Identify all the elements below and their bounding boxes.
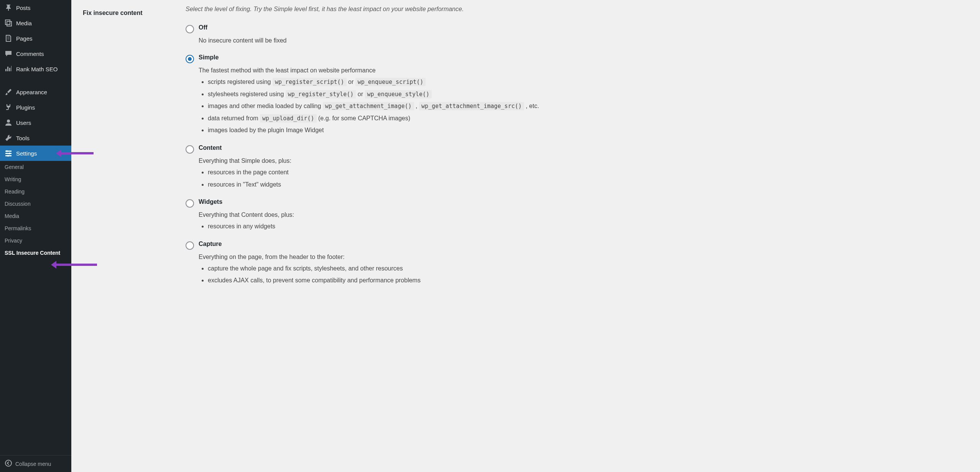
option-body: CaptureEverything on the page, from the … bbox=[199, 241, 968, 288]
option-desc: Everything that Simple does, plus: bbox=[199, 157, 968, 164]
option-off: OffNo insecure content will be fixed bbox=[186, 24, 968, 47]
sidebar-main-group: PostsMediaPagesCommentsRank Math SEO bbox=[0, 0, 71, 77]
bullet-item: resources in "Text" widgets bbox=[208, 180, 968, 190]
user-icon bbox=[5, 119, 12, 126]
svg-point-7 bbox=[5, 460, 12, 466]
bullet-item: scripts registered using wp_register_scr… bbox=[208, 77, 968, 87]
sidebar-sub-media-settings[interactable]: Media bbox=[0, 210, 71, 222]
code-snippet: wp_upload_dir() bbox=[260, 114, 316, 123]
svg-rect-6 bbox=[8, 155, 8, 157]
sidebar-sub-label: Discussion bbox=[5, 201, 31, 207]
sidebar-sub-permalinks[interactable]: Permalinks bbox=[0, 222, 71, 234]
svg-point-0 bbox=[7, 120, 10, 123]
option-body: ContentEverything that Simple does, plus… bbox=[199, 144, 968, 192]
sidebar-sub-reading[interactable]: Reading bbox=[0, 185, 71, 198]
sidebar-sub-label: Media bbox=[5, 213, 19, 219]
collapse-label: Collapse menu bbox=[15, 461, 51, 467]
sidebar-item-label: Tools bbox=[16, 135, 30, 141]
sidebar-item-comments[interactable]: Comments bbox=[0, 46, 71, 61]
option-title: Off bbox=[199, 24, 968, 31]
option-title: Widgets bbox=[199, 198, 968, 205]
radio-content[interactable] bbox=[186, 145, 194, 154]
sidebar-sub-label: Permalinks bbox=[5, 225, 31, 231]
sidebar-sub-label: Privacy bbox=[5, 238, 22, 244]
svg-rect-2 bbox=[5, 153, 12, 154]
code-snippet: wp_register_style() bbox=[286, 90, 356, 98]
option-title: Simple bbox=[199, 54, 968, 61]
option-desc: Everything that Content does, plus: bbox=[199, 211, 968, 218]
annotation-arrow-ssl-insecure bbox=[53, 264, 97, 266]
section-intro: Select the level of fixing. Try the Simp… bbox=[186, 6, 968, 13]
pages-icon bbox=[5, 34, 12, 42]
bullet-item: stylesheets registered using wp_register… bbox=[208, 89, 968, 99]
option-content: ContentEverything that Simple does, plus… bbox=[186, 144, 968, 192]
radio-capture[interactable] bbox=[186, 241, 194, 250]
option-bullets: resources in the page contentresources i… bbox=[199, 167, 968, 189]
sidebar-item-posts[interactable]: Posts bbox=[0, 0, 71, 15]
bullet-item: resources in the page content bbox=[208, 167, 968, 177]
sidebar-item-label: Media bbox=[16, 20, 32, 26]
code-snippet: wp_enqueue_script() bbox=[355, 78, 426, 86]
option-title: Capture bbox=[199, 241, 968, 247]
sidebar-sub-general[interactable]: General bbox=[0, 161, 71, 173]
brush-icon bbox=[5, 88, 12, 96]
wrench-icon bbox=[5, 134, 12, 142]
sidebar-sub-privacy[interactable]: Privacy bbox=[0, 234, 71, 247]
bullet-item: images and other media loaded by calling… bbox=[208, 101, 968, 111]
annotation-arrow-settings bbox=[58, 152, 94, 154]
sidebar-item-label: Plugins bbox=[16, 104, 35, 111]
option-body: SimpleThe fastest method with the least … bbox=[199, 54, 968, 138]
sidebar-item-plugins[interactable]: Plugins bbox=[0, 100, 71, 115]
section-title: Fix insecure content bbox=[83, 6, 186, 295]
code-snippet: wp_get_attachment_image() bbox=[323, 102, 414, 110]
bullet-item: images loaded by the plugin Image Widget bbox=[208, 125, 968, 135]
sidebar-sub-label: Reading bbox=[5, 188, 25, 195]
option-desc: No insecure content will be fixed bbox=[199, 37, 968, 44]
sidebar-sub-writing[interactable]: Writing bbox=[0, 173, 71, 185]
bullet-item: resources in any widgets bbox=[208, 221, 968, 231]
sidebar-item-rank-math[interactable]: Rank Math SEO bbox=[0, 61, 71, 77]
option-body: WidgetsEverything that Content does, plu… bbox=[199, 198, 968, 234]
bullet-item: capture the whole page and fix scripts, … bbox=[208, 264, 968, 274]
chart-icon bbox=[5, 65, 12, 73]
sidebar-sub-group: GeneralWritingReadingDiscussionMediaPerm… bbox=[0, 161, 71, 259]
pin-icon bbox=[5, 4, 12, 11]
media-icon bbox=[5, 19, 12, 27]
sidebar-item-label: Users bbox=[16, 120, 31, 126]
code-snippet: wp_get_attachment_image_src() bbox=[419, 102, 524, 110]
bullet-item: excludes AJAX calls, to prevent some com… bbox=[208, 275, 968, 285]
radio-off[interactable] bbox=[186, 25, 194, 33]
sidebar-item-label: Comments bbox=[16, 51, 44, 57]
plug-icon bbox=[5, 103, 12, 111]
sidebar-item-appearance[interactable]: Appearance bbox=[0, 84, 71, 100]
radio-simple[interactable] bbox=[186, 55, 194, 63]
sidebar-sub-label: SSL Insecure Content bbox=[5, 250, 60, 256]
sidebar-item-label: Rank Math SEO bbox=[16, 66, 58, 72]
admin-sidebar: PostsMediaPagesCommentsRank Math SEO App… bbox=[0, 0, 71, 472]
sidebar-item-users[interactable]: Users bbox=[0, 115, 71, 130]
svg-rect-5 bbox=[9, 152, 10, 154]
sidebar-item-label: Appearance bbox=[16, 89, 47, 95]
svg-rect-4 bbox=[7, 150, 7, 152]
code-snippet: wp_enqueue_style() bbox=[365, 90, 432, 98]
svg-rect-1 bbox=[5, 151, 12, 152]
collapse-menu[interactable]: Collapse menu bbox=[0, 455, 71, 472]
sidebar-sub-ssl-insecure[interactable]: SSL Insecure Content bbox=[0, 247, 71, 259]
option-title: Content bbox=[199, 144, 968, 151]
sidebar-item-label: Settings bbox=[16, 150, 37, 157]
sliders-icon bbox=[5, 149, 12, 157]
option-simple: SimpleThe fastest method with the least … bbox=[186, 54, 968, 138]
option-bullets: resources in any widgets bbox=[199, 221, 968, 231]
comment-icon bbox=[5, 50, 12, 57]
settings-page: Fix insecure content Select the level of… bbox=[71, 0, 980, 472]
option-bullets: scripts registered using wp_register_scr… bbox=[199, 77, 968, 135]
sidebar-item-label: Posts bbox=[16, 5, 31, 11]
sidebar-item-media[interactable]: Media bbox=[0, 15, 71, 31]
collapse-icon bbox=[5, 459, 12, 468]
sidebar-item-tools[interactable]: Tools bbox=[0, 130, 71, 146]
code-snippet: wp_register_script() bbox=[273, 78, 347, 86]
sidebar-sub-discussion[interactable]: Discussion bbox=[0, 198, 71, 210]
sidebar-item-pages[interactable]: Pages bbox=[0, 31, 71, 46]
radio-widgets[interactable] bbox=[186, 199, 194, 208]
option-desc: Everything on the page, from the header … bbox=[199, 254, 968, 261]
